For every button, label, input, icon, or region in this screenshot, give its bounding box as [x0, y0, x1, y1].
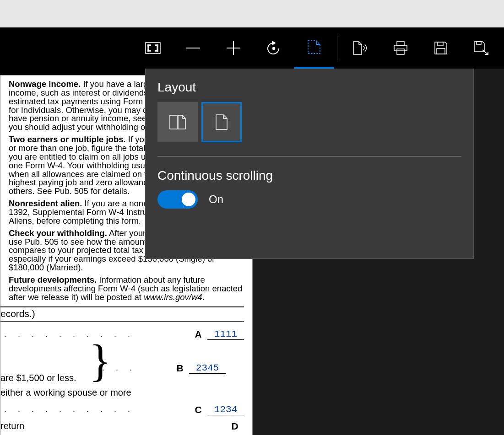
p3-heading: Nonresident alien.	[9, 199, 82, 208]
window-chrome-gap	[0, 0, 504, 27]
svg-rect-8	[157, 48, 158, 51]
row-letter-c: C	[189, 404, 207, 415]
svg-rect-6	[148, 48, 149, 51]
pdf-toolbar	[0, 27, 504, 69]
save-as-button[interactable]	[461, 27, 501, 69]
p5-heading: Future developments.	[9, 275, 97, 285]
worksheet-row-b: . . . B 2345	[107, 358, 226, 378]
svg-rect-4	[157, 45, 158, 48]
continuous-scrolling-row: On	[157, 190, 461, 209]
worksheet-row-d: return D	[9, 422, 244, 431]
svg-rect-2	[148, 45, 149, 48]
p1-heading: Nonwage income.	[9, 79, 81, 89]
row-value-a[interactable]: 1111	[207, 329, 244, 340]
fit-to-width-button[interactable]	[133, 27, 173, 69]
read-aloud-button[interactable]	[340, 27, 380, 69]
p5-url: www.irs.gov/w4	[144, 292, 202, 302]
p2-heading: Two earners or multiple jobs.	[9, 134, 126, 144]
rotate-button[interactable]	[254, 27, 294, 69]
print-button[interactable]	[380, 27, 421, 69]
zoom-out-button[interactable]	[173, 27, 213, 69]
single-page-layout-option[interactable]	[201, 102, 242, 142]
worksheet-row-c: . . . . . . . . . . C 1234	[9, 400, 244, 420]
records-partial-text: ecords.)	[0, 308, 244, 319]
layout-heading: Layout	[157, 80, 461, 95]
svg-rect-15	[397, 49, 404, 54]
row-value-c[interactable]: 1234	[207, 404, 244, 415]
svg-point-12	[273, 48, 275, 50]
zoom-in-button[interactable]	[213, 27, 254, 69]
sub-text-3: return	[0, 421, 24, 431]
leader-dots: . . . . . . . . . .	[4, 405, 135, 414]
sub-text-1: are $1,500 or less.	[0, 373, 76, 383]
section-divider-thick	[0, 306, 244, 307]
svg-rect-13	[397, 42, 404, 45]
two-page-layout-option[interactable]	[157, 102, 198, 142]
svg-rect-18	[477, 42, 481, 44]
layout-options-row	[157, 102, 461, 142]
svg-rect-14	[394, 45, 407, 51]
p4-heading: Check your withholding.	[9, 228, 107, 238]
leader-dots: . . . . . . . . . .	[4, 329, 135, 339]
layout-popup: Layout Continuous scrolling On	[145, 69, 474, 259]
sub-text-2: either a working spouse or more	[0, 387, 244, 398]
toolbar-separator	[337, 36, 337, 60]
worksheet-rows: . . . . . . . . . . A 1111 } . . . B 234…	[9, 324, 244, 431]
row-value-b[interactable]: 2345	[189, 363, 226, 374]
row-letter-d: D	[226, 421, 244, 432]
section-divider-thin	[0, 321, 244, 322]
toggle-knob	[182, 193, 195, 206]
row-letter-a: A	[189, 329, 207, 340]
leader-dots-short: . . .	[102, 363, 136, 373]
save-button[interactable]	[421, 27, 461, 69]
svg-rect-16	[438, 42, 443, 46]
popup-divider	[157, 156, 461, 156]
p5-body-b: .	[202, 292, 205, 302]
svg-rect-0	[146, 43, 160, 54]
svg-rect-17	[437, 48, 445, 54]
toggle-state-label: On	[209, 193, 223, 206]
continuous-scrolling-heading: Continuous scrolling	[157, 168, 461, 183]
layout-button[interactable]	[294, 27, 334, 69]
continuous-scrolling-toggle[interactable]	[157, 190, 198, 209]
svg-rect-19	[170, 115, 177, 129]
worksheet-row-a: . . . . . . . . . . A 1111	[9, 324, 244, 344]
row-letter-b: B	[171, 363, 189, 374]
